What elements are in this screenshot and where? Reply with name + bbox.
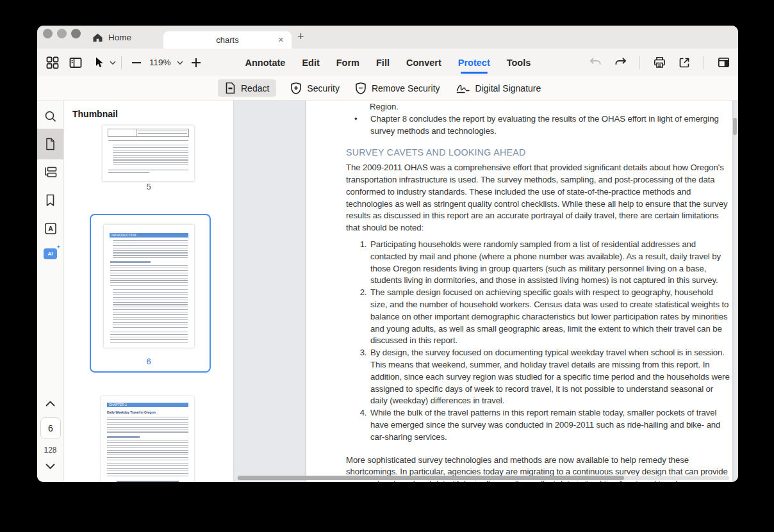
doc-numbered-list: Participating households were randomly s… xyxy=(346,239,730,444)
zoom-in-button[interactable] xyxy=(189,56,203,70)
bookmark-icon xyxy=(45,194,55,207)
vertical-scrollbar[interactable] xyxy=(733,118,737,135)
page-icon xyxy=(45,138,56,150)
doc-list-item-4: While the bulk of the travel patterns in… xyxy=(369,407,730,443)
shield-minus-icon xyxy=(355,82,366,95)
doc-list-item-3: By design, the survey focused on documen… xyxy=(369,347,730,407)
thumb6-header: INTRODUCTION xyxy=(110,233,188,238)
main-toolbar: 119% Annotate Edit Form Fill Convert Pro… xyxy=(37,49,738,76)
doc-list-item-2: The sample design focused on achieving s… xyxy=(369,287,730,347)
chevron-down-icon xyxy=(110,61,116,65)
doc-list-item-1: Participating households were randomly s… xyxy=(369,239,730,287)
menu-fill[interactable]: Fill xyxy=(376,49,390,76)
doc-bullet-text: Chapter 8 concludes the report by evalua… xyxy=(370,113,730,138)
undo-icon[interactable] xyxy=(588,56,602,70)
remove-security-label: Remove Security xyxy=(372,83,440,93)
outline-icon xyxy=(44,166,57,178)
digital-signature-button[interactable]: Digital Signature xyxy=(454,80,543,97)
signature-icon xyxy=(456,83,470,94)
thumbnail-page-5-label: 5 xyxy=(64,182,233,191)
search-icon[interactable] xyxy=(37,110,63,123)
thumbnail-page-6[interactable]: INTRODUCTION xyxy=(104,225,194,348)
minimize-window-button[interactable] xyxy=(57,29,67,38)
close-tab-icon[interactable]: ✕ xyxy=(278,35,284,44)
menu-convert[interactable]: Convert xyxy=(406,49,441,76)
menu-edit[interactable]: Edit xyxy=(302,49,319,76)
tab-document-charts[interactable]: charts ✕ xyxy=(163,31,292,49)
security-label: Security xyxy=(307,83,340,93)
thumbnail-page-5[interactable] xyxy=(103,125,194,181)
digital-signature-label: Digital Signature xyxy=(475,83,541,93)
doc-paragraph-1: The 2009-2011 OHAS was a comprehensive e… xyxy=(346,162,730,234)
thumbnail-panel-toggle[interactable] xyxy=(37,129,63,159)
cursor-icon xyxy=(92,56,106,70)
document-page: Region. • Chapter 8 concludes the report… xyxy=(306,101,732,482)
tab-document-label: charts xyxy=(216,35,238,45)
thumbnail-page-7[interactable]: CHAPTER 1 Daily Weekday Travel in Oregon xyxy=(101,396,194,482)
menu-annotate[interactable]: Annotate xyxy=(245,49,286,76)
thumbnail-panel-title: Thumbnail xyxy=(72,109,118,119)
next-page-button[interactable] xyxy=(37,463,63,469)
letter-a-icon: A xyxy=(44,222,57,235)
page-text: Region. • Chapter 8 concludes the report… xyxy=(346,101,730,482)
home-icon xyxy=(92,33,103,42)
tab-home-label: Home xyxy=(108,33,131,42)
outline-panel-toggle[interactable] xyxy=(37,166,63,178)
security-button[interactable]: Security xyxy=(289,79,341,97)
zoom-dropdown-chevron-icon[interactable] xyxy=(177,61,183,65)
redact-label: Redact xyxy=(241,83,269,93)
sidebar-panel-icon[interactable] xyxy=(69,56,83,70)
thumbnail-page-6-label: 6 xyxy=(64,357,233,366)
doc-line-region: Region. xyxy=(370,101,730,113)
thumb7-header: CHAPTER 1 xyxy=(107,403,188,407)
horizontal-scrollbar-thumb[interactable] xyxy=(238,476,624,480)
grid-view-icon[interactable] xyxy=(45,56,60,70)
divider xyxy=(704,56,704,69)
zoom-out-button[interactable] xyxy=(129,56,144,70)
export-icon[interactable] xyxy=(677,56,691,70)
total-pages-label: 128 xyxy=(37,446,63,455)
zoom-level[interactable]: 119% xyxy=(149,58,171,67)
remove-security-button[interactable]: Remove Security xyxy=(354,79,441,97)
divider xyxy=(121,56,122,69)
ai-icon: AI xyxy=(44,248,57,259)
current-page-input[interactable]: 6 xyxy=(40,417,61,439)
doc-section-heading: SURVEY CAVETS AND LOOKING AHEAD xyxy=(346,147,730,159)
document-view[interactable]: Region. • Chapter 8 concludes the report… xyxy=(234,101,738,482)
svg-text:A: A xyxy=(48,225,53,232)
tab-bar: Home charts ✕ + xyxy=(37,26,738,49)
tab-home[interactable]: Home xyxy=(92,26,131,49)
shield-plus-icon xyxy=(290,82,302,95)
reading-layout-icon[interactable] xyxy=(716,56,730,70)
menu-protect[interactable]: Protect xyxy=(458,49,490,76)
menu-tools[interactable]: Tools xyxy=(507,49,531,76)
previous-page-button[interactable] xyxy=(37,401,63,407)
print-icon[interactable] xyxy=(652,56,666,70)
left-icon-strip: A AI 6 128 xyxy=(37,101,64,482)
menu-bar: Annotate Edit Form Fill Convert Protect … xyxy=(245,49,531,76)
horizontal-scrollbar-track[interactable] xyxy=(236,476,729,480)
thumbnail-panel: Thumbnail 5 INTRODUCTION xyxy=(64,101,234,482)
doc-bullet-item: • Chapter 8 concludes the report by eval… xyxy=(346,113,730,138)
annotations-panel-toggle[interactable]: A xyxy=(37,222,63,235)
close-window-button[interactable] xyxy=(43,29,53,38)
zoom-window-button[interactable] xyxy=(71,29,81,38)
thumb7-subtitle: Daily Weekday Travel in Oregon xyxy=(107,410,188,414)
redact-button[interactable]: Redact xyxy=(218,79,276,97)
divider xyxy=(639,56,640,69)
new-tab-button[interactable]: + xyxy=(297,30,304,44)
protect-ribbon: Redact Security Remove Security xyxy=(37,76,738,101)
bullet-glyph: • xyxy=(346,113,370,138)
redact-icon xyxy=(225,82,236,94)
ai-assistant-button[interactable]: AI xyxy=(37,248,63,259)
app-window: Home charts ✕ + xyxy=(37,26,738,482)
redo-icon[interactable] xyxy=(613,56,627,70)
select-tool[interactable] xyxy=(92,56,116,70)
menu-form[interactable]: Form xyxy=(336,49,359,76)
traffic-lights xyxy=(43,29,81,38)
bookmark-panel-toggle[interactable] xyxy=(37,194,63,207)
